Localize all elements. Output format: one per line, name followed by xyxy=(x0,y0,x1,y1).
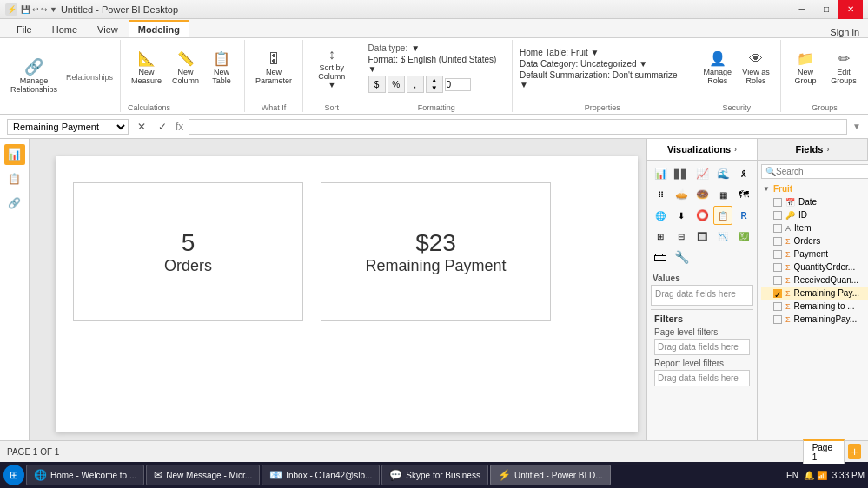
viz-map[interactable]: 🗺 xyxy=(734,185,753,204)
report-level-filter-dropzone[interactable]: Drag data fields here xyxy=(654,370,750,386)
viz-custom[interactable]: 🔧 xyxy=(672,247,691,267)
formula-check-button[interactable]: ✓ xyxy=(155,121,170,133)
page-level-filter-label: Page level filters xyxy=(654,327,750,337)
viz-donut[interactable]: 🍩 xyxy=(692,185,712,204)
inbox-taskbar-label: Inbox - CTan42@slb... xyxy=(286,471,372,480)
new-column-button[interactable]: 📏 NewColumn xyxy=(169,50,202,87)
field-item-id[interactable]: 🔑 ID xyxy=(761,208,868,221)
sidebar-report-icon[interactable]: 📊 xyxy=(4,144,25,165)
sort-by-column-button[interactable]: ↕ Sort byColumn ▼ xyxy=(310,46,353,91)
viz-table[interactable]: ⊞ xyxy=(651,227,670,246)
sign-in-link[interactable]: Sign in xyxy=(830,27,868,37)
viz-r-script[interactable]: R xyxy=(734,206,753,225)
viz-card[interactable]: 📋 xyxy=(713,206,732,225)
tab-view[interactable]: View xyxy=(88,21,128,37)
receivedquan-checkbox[interactable] xyxy=(773,276,782,285)
dollar-button[interactable]: $ xyxy=(368,76,386,93)
comma-button[interactable]: , xyxy=(407,76,424,93)
formula-input[interactable]: Remaining Payment = SUM(Fruit[RemainingP… xyxy=(189,119,847,135)
sidebar-model-icon[interactable]: 🔗 xyxy=(4,193,25,214)
remainingpay-checkbox[interactable]: ✓ xyxy=(773,289,782,298)
viz-card2[interactable]: 🗃 xyxy=(651,247,670,267)
format-dropdown[interactable]: Format: $ English (United States) ▼ xyxy=(368,55,505,74)
field-item-remainingpay2[interactable]: Σ RemainingPay... xyxy=(761,313,868,326)
field-item-date[interactable]: 📅 Date xyxy=(761,195,868,208)
percent-button[interactable]: % xyxy=(388,76,405,93)
viz-line-chart[interactable]: 📈 xyxy=(692,164,712,183)
fruit-group-header[interactable]: ▼ Fruit xyxy=(761,182,868,195)
page-1-tab[interactable]: Page 1 xyxy=(803,439,845,464)
id-checkbox[interactable] xyxy=(773,211,782,220)
item-checkbox[interactable] xyxy=(773,224,782,233)
maximize-button[interactable]: □ xyxy=(814,0,838,19)
remaining-payment-card[interactable]: $23 Remaining Payment xyxy=(321,182,551,321)
fields-panel: 🔍 ▼ Fruit 📅 Date xyxy=(758,161,868,440)
viz-pie[interactable]: 🥧 xyxy=(672,185,691,204)
remainingto-checkbox[interactable] xyxy=(773,302,782,311)
default-summarization-dropdown[interactable]: Default Summarization: Don't summarize ▼ xyxy=(520,70,685,89)
orders-card[interactable]: 5 Orders xyxy=(73,182,303,321)
formula-cross-button[interactable]: ✕ xyxy=(134,121,149,133)
taskbar-inbox[interactable]: 📧 Inbox - CTan42@slb... xyxy=(262,465,380,485)
viz-funnel[interactable]: ⬇ xyxy=(672,206,691,225)
field-item-orders[interactable]: Σ Orders xyxy=(761,234,868,247)
decimal-value-input[interactable] xyxy=(445,78,471,91)
viz-slicer[interactable]: 🔲 xyxy=(692,227,712,246)
viz-scatter[interactable]: ⠿ xyxy=(651,185,670,204)
viz-kpi[interactable]: 📉 xyxy=(713,227,732,246)
new-measure-icon: 📐 xyxy=(138,52,156,66)
tab-modeling[interactable]: Modeling xyxy=(129,20,189,37)
new-measure-button[interactable]: 📐 NewMeasure xyxy=(128,50,165,87)
fields-search-input[interactable] xyxy=(776,167,868,176)
close-button[interactable]: ✕ xyxy=(838,0,863,19)
viz-area-chart[interactable]: 🌊 xyxy=(713,164,732,183)
viz-ribbon-chart[interactable]: 🎗 xyxy=(734,164,753,183)
tab-file[interactable]: File xyxy=(7,21,42,37)
quantityorder-checkbox[interactable] xyxy=(773,263,782,272)
taskbar-powerbi[interactable]: ⚡ Untitled - Power BI D... xyxy=(490,465,611,485)
title-controls[interactable]: ─ □ ✕ xyxy=(790,0,863,19)
field-item-remaining-pay[interactable]: ✓ Σ Remaining Pay... xyxy=(761,287,868,300)
start-button[interactable]: ⊞ xyxy=(3,465,24,485)
viz-stacked-bar[interactable]: ▊▊ xyxy=(672,164,691,183)
values-drop-zone[interactable]: Drag data fields here xyxy=(651,285,753,306)
taskbar-home[interactable]: 🌐 Home - Welcome to ... xyxy=(26,465,144,485)
date-checkbox[interactable] xyxy=(773,198,782,207)
new-table-button[interactable]: 📋 NewTable xyxy=(206,50,237,87)
viz-bar-chart[interactable]: 📊 xyxy=(651,164,670,183)
new-group-button[interactable]: 📁 NewGroup xyxy=(788,50,823,87)
field-item-quantity-order[interactable]: Σ QuantityOrder... xyxy=(761,260,868,274)
minimize-button[interactable]: ─ xyxy=(790,0,814,19)
new-parameter-button[interactable]: 🎛 NewParameter xyxy=(252,50,295,87)
field-item-remaining-to[interactable]: Σ Remaining to ... xyxy=(761,300,868,313)
taskbar-skype[interactable]: 💬 Skype for Business xyxy=(381,465,488,485)
field-item-received-quan[interactable]: Σ ReceivedQuan... xyxy=(761,274,868,287)
orders-checkbox[interactable] xyxy=(773,237,782,246)
decimal-increase-button[interactable]: ▲▼ xyxy=(426,76,443,93)
viz-filled-map[interactable]: 🌐 xyxy=(651,206,670,225)
field-item-item[interactable]: A Item xyxy=(761,221,868,234)
fields-tab[interactable]: Fields › xyxy=(758,139,868,160)
home-table-dropdown[interactable]: Home Table: Fruit ▼ xyxy=(520,48,599,57)
manage-roles-button[interactable]: 👤 ManageRoles xyxy=(699,50,735,87)
formula-expand-button[interactable]: ▼ xyxy=(852,122,861,131)
field-item-payment[interactable]: Σ Payment xyxy=(761,247,868,260)
viz-waterfall[interactable]: 💹 xyxy=(734,227,753,246)
viz-treemap[interactable]: ▦ xyxy=(713,185,732,204)
add-page-button[interactable]: + xyxy=(848,444,861,459)
viz-matrix[interactable]: ⊟ xyxy=(672,227,691,246)
view-as-roles-button[interactable]: 👁 View asRoles xyxy=(739,50,773,87)
sidebar-data-icon[interactable]: 📋 xyxy=(4,168,25,189)
edit-groups-button[interactable]: ✏ EditGroups xyxy=(826,50,861,87)
payment-checkbox[interactable] xyxy=(773,250,782,259)
taskbar-new-message[interactable]: ✉ New Message - Micr... xyxy=(146,465,260,485)
viz-gauge[interactable]: ⭕ xyxy=(692,206,712,225)
manage-relationships-button[interactable]: 🔗 ManageRelationships xyxy=(7,57,61,96)
data-category-dropdown[interactable]: Data Category: Uncategorized ▼ xyxy=(520,59,647,69)
data-type-dropdown[interactable]: ▼ xyxy=(411,43,420,53)
tab-home[interactable]: Home xyxy=(43,21,87,37)
page-level-filter-dropzone[interactable]: Drag data fields here xyxy=(654,339,750,355)
formula-name-dropdown[interactable]: Remaining Payment xyxy=(7,119,129,135)
remainingpay2-checkbox[interactable] xyxy=(773,315,782,324)
visualizations-tab[interactable]: Visualizations › xyxy=(647,139,758,160)
